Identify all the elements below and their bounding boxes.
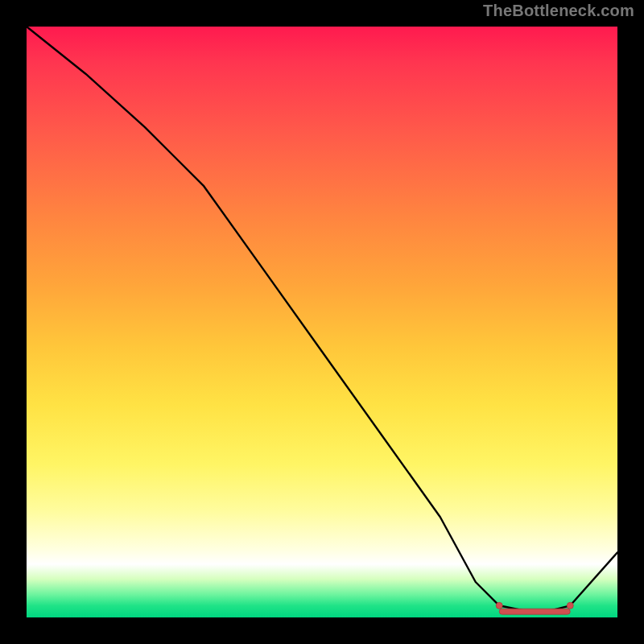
marker-dot (567, 602, 573, 609)
watermark-text: TheBottleneck.com (483, 2, 634, 20)
plot-area (27, 27, 617, 617)
marker-pill (499, 609, 570, 614)
chart-frame: TheBottleneck.com (0, 0, 644, 644)
chart-svg (27, 27, 617, 617)
marker-dot (496, 602, 502, 609)
bottleneck-curve (27, 27, 617, 612)
